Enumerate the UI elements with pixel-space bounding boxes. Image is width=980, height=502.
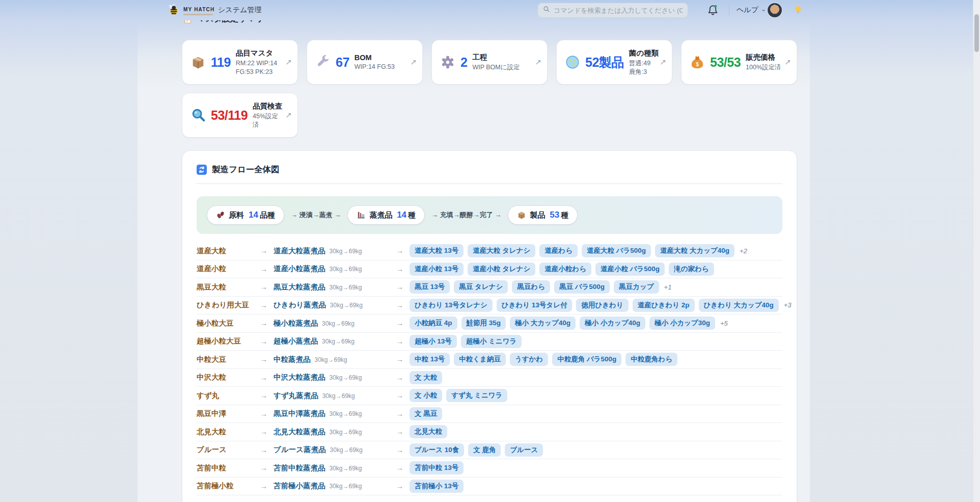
material-name: 北見大粒 (197, 427, 254, 437)
product-tag: ブルース 10食 (410, 443, 464, 457)
product-tags: 文 小粒すず丸 ミニワラ (410, 389, 507, 402)
summary-cards-row2: 53/119 品質検査 45%設定済 ↗ (182, 93, 298, 138)
factory-icon (357, 210, 366, 220)
summary-card-wrench[interactable]: 67 BOM WIP:14 FG:53 ↗ (307, 40, 423, 85)
material-name: 中粒大豆 (197, 355, 254, 364)
product-tag: 極小 大カップ40g (510, 316, 576, 330)
wip-quantity: 30kg→69kg (330, 302, 363, 309)
main-content: マスタ設定サマリ 119 品目マスタ RM:22 WIP:14 FG:53 PK… (138, 0, 810, 502)
product-tag: ひきわり 13号タレ付 (497, 299, 573, 312)
wip-quantity: 30kg→69kg (330, 483, 362, 490)
topbar: MY HATCH › システム管理 ヘルプ ⌄ (0, 0, 980, 20)
product-tags: 文 黒豆 (410, 407, 442, 420)
product-tag: 中粒鹿角わら (625, 353, 677, 366)
lightbulb-button[interactable] (793, 5, 803, 15)
summary-card-moneybag[interactable]: $ 53/53 販売価格 100%設定済 ↗ (681, 40, 797, 85)
bee-logo-icon (168, 4, 180, 18)
search-input[interactable] (554, 7, 683, 14)
logo[interactable]: MY HATCH (168, 4, 214, 18)
arrow-icon: → (396, 482, 403, 490)
card-title: 販売価格 (746, 52, 783, 62)
product-tag: 道産わら (539, 244, 578, 257)
card-title: BOM (355, 54, 409, 62)
flow-row: ブルース → ブルース蒸煮品 30kg→69kg → ブルース 10食文 鹿角ブ… (197, 441, 782, 460)
wip-quantity: 30kg→69kg (322, 338, 355, 345)
avatar[interactable] (768, 3, 782, 17)
panel-title: 製造フロー全体図 (212, 164, 280, 175)
arrow-icon: → (396, 337, 403, 346)
summary-card-package[interactable]: 119 品目マスタ RM:22 WIP:14 FG:53 PK:23 ↗ (182, 40, 298, 85)
open-link-arrow-icon: ↗ (285, 111, 292, 120)
wip-quantity: 30kg→69kg (322, 320, 355, 327)
wip-name: 道産大粒蒸煮品 (274, 246, 325, 256)
flow-row: 中沢大粒 → 中沢大粒蒸煮品 30kg→69kg → 文 大粒 (197, 369, 782, 387)
wip-name: ブルース蒸煮品 (274, 445, 326, 455)
flow-row: 黒豆中澤 → 黒豆中澤蒸煮品 30kg→69kg → 文 黒豆 (197, 405, 782, 424)
more-count: +3 (784, 301, 792, 309)
arrow-icon: → (396, 446, 403, 454)
flow-row: すず丸 → すず丸蒸煮品 30kg→69kg → 文 小粒すず丸 ミニワラ (197, 387, 782, 405)
wrench-icon (315, 55, 331, 70)
flow-rows: 道産大粒 → 道産大粒蒸煮品 30kg→69kg → 道産大粒 13号道産大粒 … (197, 242, 782, 495)
notification-bell-button[interactable] (707, 4, 719, 16)
stage-pill-box: 製品 53 種 (508, 205, 578, 225)
more-count: +2 (740, 247, 747, 255)
product-tag: ひきわり 大カップ40g (699, 299, 779, 312)
summary-card-gear[interactable]: 2 工程 WIP BOMに設定 ↗ (431, 40, 548, 85)
summary-card-petri[interactable]: 52製品 菌の種類 普通:49 鹿角:3 ↗ (556, 40, 672, 85)
gear-icon (440, 55, 455, 70)
arrow-icon: → (260, 391, 267, 400)
product-tag: 苫前極小 13号 (410, 480, 464, 493)
card-title: 品質検査 (253, 101, 284, 111)
product-tag: 小粒納豆 4p (410, 316, 457, 330)
breadcrumb[interactable]: システム管理 (218, 6, 261, 15)
product-tag: 極小 小カップ40g (580, 316, 645, 330)
stage-pill-beans: 原料 14 品種 (207, 205, 284, 225)
arrow-icon: → (260, 428, 267, 436)
wip-name: 苫前中粒蒸煮品 (274, 463, 325, 473)
scrollbar-thumb[interactable] (974, 14, 979, 52)
product-tag: 道産大粒 13号 (410, 244, 464, 257)
arrow-icon: → (396, 374, 403, 382)
arrow-icon: → (260, 247, 267, 255)
product-tag: 道産小粒わら (539, 262, 591, 276)
card-value: 53/119 (211, 108, 248, 123)
wip-quantity: 30kg→69kg (330, 446, 363, 454)
product-tag: 黒豆わら (512, 280, 550, 294)
card-subtitle: RM:22 WIP:14 FG:53 PK:23 (236, 59, 284, 76)
product-tag: 超極小 13号 (410, 335, 457, 348)
arrow-icon: → (396, 355, 403, 363)
breadcrumb-chevron-icon: › (210, 5, 212, 14)
flow-row: ひきわり用大豆 → ひきわり蒸煮品 30kg→69kg → ひきわり 13号タレ… (197, 297, 782, 315)
material-name: 黒豆中澤 (197, 409, 254, 418)
product-tags: 北見大粒 (410, 425, 447, 438)
product-tag: 黒豆 13号 (410, 280, 450, 294)
open-link-arrow-icon: ↗ (660, 58, 666, 67)
wip-quantity: 30kg→69kg (322, 392, 355, 400)
product-tags: 黒豆 13号黒豆 タレナシ黒豆わら黒豆 バラ500g黒豆カップ+1 (410, 280, 671, 294)
card-value: 2 (460, 55, 467, 70)
card-title: 工程 (472, 52, 534, 62)
arrow-icon: → (396, 428, 403, 436)
product-tag: 北見大粒 (410, 425, 447, 438)
material-name: すず丸 (197, 391, 254, 401)
arrow-icon: → (396, 319, 403, 327)
arrow-icon: → (260, 446, 267, 454)
wip-name: 中沢大粒蒸煮品 (274, 373, 325, 382)
product-tag: ブルース (505, 443, 543, 457)
more-count: +1 (664, 283, 672, 291)
panel-divider (197, 183, 782, 184)
command-search[interactable] (538, 3, 688, 17)
open-link-arrow-icon: ↗ (535, 58, 541, 67)
card-subtitle: WIP:14 FG:53 (355, 63, 409, 71)
product-tag: 滝の家わら (669, 262, 714, 276)
card-subtitle: 45%設定済 (253, 112, 284, 129)
product-tag: 中粒くま納豆 (454, 353, 506, 366)
card-subtitle: 普通:49 鹿角:3 (629, 59, 659, 76)
topbar-divider (729, 5, 729, 15)
arrow-icon: → (260, 337, 267, 346)
wip-name: 中粒蒸煮品 (274, 355, 311, 364)
summary-card-magnifier[interactable]: 53/119 品質検査 45%設定済 ↗ (182, 93, 298, 138)
help-menu[interactable]: ヘルプ ⌄ (737, 6, 766, 15)
scrollbar[interactable] (973, 0, 980, 502)
